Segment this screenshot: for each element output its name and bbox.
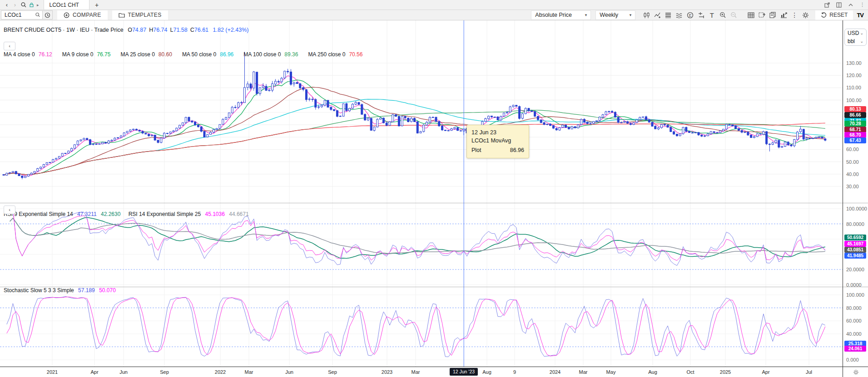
text-tool-icon[interactable]: T: [706, 10, 717, 20]
crosshair-date-badge: 12 Jun '23: [450, 368, 478, 376]
export-chart-icon[interactable]: [778, 10, 789, 20]
symbol-search-input[interactable]: LCOc1: [1, 10, 43, 20]
breadcrumb-caret-icon: ▸: [37, 3, 39, 7]
chart-canvas[interactable]: [0, 20, 843, 367]
events-icon[interactable]: E: [684, 10, 695, 20]
chart-workspace: BRENT CRUDE OCT5 · 1W · IEU · Trade Pric…: [0, 20, 868, 377]
more-tools-icon[interactable]: ⋮: [789, 10, 800, 20]
time-axis-settings[interactable]: [843, 367, 868, 377]
unit-selector[interactable]: USD ⌄ bbl ⌄: [844, 29, 867, 46]
axis-price-badge: 45.1697: [844, 241, 866, 247]
settings-gear-icon[interactable]: [800, 10, 811, 20]
ma-legend-item: MA 9 close 076.75: [62, 51, 111, 58]
stoch-legend-label: Stochastic Slow 5 3 3 Simple: [4, 287, 74, 294]
axis-price-badge: 86.66: [844, 112, 866, 118]
compare-plus-icon: [64, 12, 69, 18]
time-label: Sep: [160, 369, 169, 375]
time-label: Mar: [412, 369, 420, 375]
rsi-tick: 80.0000: [846, 221, 864, 227]
chevron-down-icon: ▾: [585, 13, 587, 17]
price-tick: 100.00: [846, 98, 862, 103]
rsi-value-2: 42.2630: [101, 211, 120, 217]
gear-icon: [853, 369, 859, 375]
indicators-icon[interactable]: [652, 10, 663, 20]
ma-legend-item: MA 25 close 080.60: [120, 51, 172, 58]
symbol-search-magnifier-icon: [35, 12, 40, 18]
ohlc-item: L71.58: [170, 27, 188, 33]
stoch-value-1: 57.189: [78, 287, 95, 294]
time-label: Apr: [90, 369, 98, 375]
reset-label: RESET: [829, 12, 848, 18]
time-label: 2021: [47, 369, 58, 375]
change-value: 1.82 (+2.43%): [213, 27, 249, 33]
chart-tab[interactable]: LCOc1 CHT: [44, 0, 89, 10]
price-tick: 130.00: [846, 60, 862, 66]
price-tick: 50.00: [846, 159, 859, 165]
price-axis[interactable]: USD ⌄ bbl ⌄ 130.00120.00110.00100.0090.0…: [843, 20, 868, 377]
tooltip-plot-value: 86.96: [510, 146, 524, 154]
time-label: 2024: [550, 369, 560, 375]
rsi-legend-label-2: RSI 14 Exponential Simple 25: [129, 211, 201, 217]
tradingview-logo[interactable]: TV: [857, 12, 863, 19]
search-icon[interactable]: [20, 2, 27, 8]
ma-legend-item: MA 4 close 076.12: [4, 51, 52, 58]
chart-style-candles-icon[interactable]: [641, 10, 652, 20]
chart-area[interactable]: BRENT CRUDE OCT5 · 1W · IEU · Trade Pric…: [0, 20, 843, 377]
time-label: Mar: [579, 369, 588, 375]
currency-value: USD: [848, 30, 859, 36]
rsi-pane-collapse-button[interactable]: ‹: [4, 206, 15, 214]
new-tab-button[interactable]: +: [89, 1, 104, 9]
zoom-out-icon[interactable]: [728, 10, 739, 20]
time-label: Oct: [686, 369, 694, 375]
templates-button[interactable]: TEMPLATES: [112, 10, 168, 20]
crosshair-tooltip: 12 Jun 23 LCOc1 MovAvg Plot 86.96: [466, 125, 529, 158]
ohlc-item: C76.61: [190, 27, 208, 33]
snapshot-icon[interactable]: [756, 10, 767, 20]
tooltip-series: LCOc1 MovAvg: [471, 137, 524, 145]
currency-select[interactable]: USD ⌄: [845, 29, 866, 37]
history-clock-icon[interactable]: [43, 10, 53, 20]
time-label: 2023: [382, 369, 392, 375]
compare-button[interactable]: COMPARE: [57, 10, 108, 20]
axis-price-badge: 70.28: [844, 121, 866, 127]
unit-measure-select[interactable]: bbl ⌄: [845, 37, 866, 45]
time-label: Mar: [245, 369, 253, 375]
pane-separator: [843, 203, 868, 203]
more-window-icon[interactable]: ⋮: [860, 2, 865, 8]
main-legend: BRENT CRUDE OCT5 · 1W · IEU · Trade Pric…: [4, 27, 248, 33]
ma-legend-item: MA 50 close 086.96: [182, 51, 233, 58]
layers-icon[interactable]: [663, 10, 674, 20]
popout-icon[interactable]: [824, 2, 830, 8]
ohlc-item: O74.87: [128, 27, 146, 33]
axis-scale-icon[interactable]: [695, 10, 706, 20]
axis-price-badge: 41.9485: [844, 253, 866, 259]
reset-button[interactable]: RESET: [815, 10, 853, 20]
minimize-icon[interactable]: [848, 2, 853, 8]
rsi-value-4: 44.6671: [229, 211, 248, 217]
price-mode-select[interactable]: Absolute Price ▾: [531, 10, 591, 20]
time-label: Jul: [806, 369, 812, 375]
copy-icon[interactable]: [767, 10, 778, 20]
stoch-legend: Stochastic Slow 5 3 3 Simple 57.189 50.0…: [4, 287, 116, 294]
chevron-down-icon: ⌄: [860, 39, 863, 44]
ma-legend-item: MA 250 close 070.56: [308, 51, 362, 58]
ohlc-item: H76.74: [149, 27, 167, 33]
interval-select[interactable]: Weekly ▾: [595, 10, 635, 20]
time-axis[interactable]: 2021AprJunSep2022MarJunSep2023MarAug9202…: [0, 367, 843, 377]
stoch-tick: 0.000: [846, 357, 859, 362]
layout-icon[interactable]: [836, 2, 842, 8]
waves-icon[interactable]: [674, 10, 684, 20]
nav-forward-icon[interactable]: ›: [11, 1, 19, 8]
main-pane-collapse-button[interactable]: ‹: [4, 42, 15, 50]
price-tick: 30.00: [846, 184, 859, 189]
stoch-tick: 80.000: [846, 305, 862, 311]
data-table-icon[interactable]: [745, 10, 756, 20]
time-label: Sep: [328, 369, 337, 375]
price-mode-value: Absolute Price: [535, 12, 572, 18]
axis-price-badge: 24.061: [844, 346, 866, 352]
nav-back-icon[interactable]: ‹: [3, 1, 11, 8]
time-label: Apr: [762, 369, 769, 375]
lock-icon: [30, 3, 34, 7]
stoch-tick: 100.000: [846, 292, 864, 298]
zoom-in-icon[interactable]: [717, 10, 728, 20]
